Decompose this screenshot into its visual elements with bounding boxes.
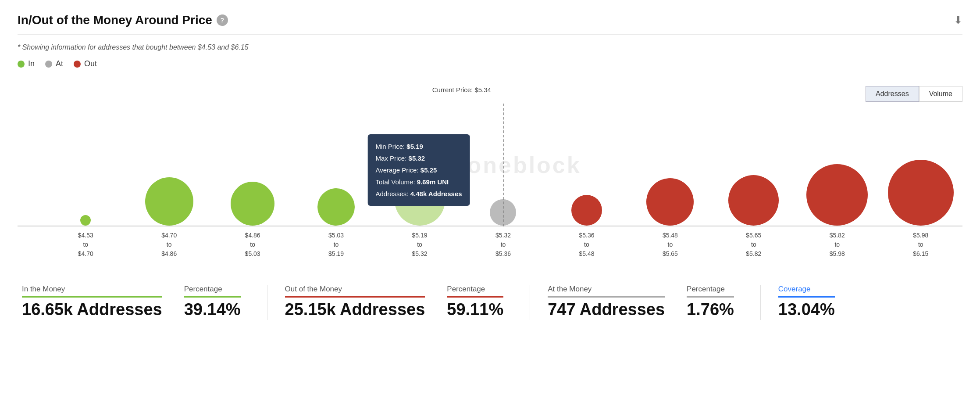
bubble-4 [395,175,445,226]
legend-dot-at [45,61,52,68]
bubble-col-0 [44,104,127,226]
bubble-col-2 [211,104,294,226]
stat-underline-in-pct [184,296,241,298]
stat-value-out-pct: 59.11% [447,300,503,319]
title-area: In/Out of the Money Around Price ? [18,13,228,27]
label-col-3: $5.03to$5.19 [294,231,378,258]
bubble-col-3 [294,104,378,226]
stat-label-out-pct: Percentage [447,285,503,294]
help-icon[interactable]: ? [217,14,228,26]
stat-label-at: At the Money [548,285,665,294]
header-row: In/Out of the Money Around Price ? ⬇ [18,13,962,35]
subtitle: * Showing information for addresses that… [18,43,962,51]
stat-value-at-pct: 1.76% [687,300,734,319]
current-price-label: Current Price: $5.34 [432,86,491,93]
bubble-1 [145,177,193,226]
bubble-3 [317,188,355,226]
legend-item-out: Out [74,59,97,68]
stat-label-in-pct: Percentage [184,285,241,294]
stat-underline-at [548,296,665,298]
bubble-col-4 [378,104,461,226]
label-col-5: $5.32to$5.36 [461,231,545,258]
legend-item-at: At [45,59,63,68]
stat-underline-at-pct [687,296,734,298]
stat-label-out: Out of the Money [285,285,425,294]
legend-item-in: In [18,59,35,68]
page-title: In/Out of the Money Around Price [18,13,212,27]
stat-value-out: 25.15k Addresses [285,300,425,319]
stat-block-in: In the Money 16.65k Addresses [18,285,180,319]
bubble-row [18,104,962,226]
stat-underline-coverage [778,296,835,298]
stat-block-in-pct: Percentage 39.14% [180,285,267,319]
bubble-7 [646,178,694,226]
label-col-8: $5.65to$5.82 [712,231,795,258]
stat-value-in: 16.65k Addresses [22,300,162,319]
bubble-col-1 [127,104,210,226]
stat-label-at-pct: Percentage [687,285,734,294]
bubble-col-10 [879,104,962,226]
label-col-7: $5.48to$5.65 [628,231,712,258]
chart-section: Addresses Volume Current Price: $5.34 Mi… [18,86,962,258]
bubble-col-5 [461,104,545,226]
legend-dot-in [18,61,25,68]
stat-value-coverage: 13.04% [778,300,835,319]
label-col-0: $4.53to$4.70 [44,231,127,258]
stat-block-coverage: Coverage 13.04% [761,285,852,319]
stat-label-in: In the Money [22,285,162,294]
bubble-0 [80,215,91,226]
bubble-col-9 [795,104,879,226]
legend-label-at: At [56,59,63,68]
stat-value-at: 747 Addresses [548,300,665,319]
label-col-10: $5.98to$6.15 [879,231,962,258]
bubble-col-8 [712,104,795,226]
bubble-col-7 [628,104,712,226]
download-icon[interactable]: ⬇ [954,14,962,26]
bubble-col-6 [545,104,628,226]
legend-label-in: In [28,59,35,68]
bubble-9 [806,164,868,226]
label-col-2: $4.86to$5.03 [211,231,294,258]
label-col-4: $5.19to$5.32 [378,231,461,258]
stat-underline-out-pct [447,296,503,298]
stat-block-out-pct: Percentage 59.11% [442,285,530,319]
legend: In At Out [18,59,962,68]
bubble-10 [888,160,954,226]
label-col-1: $4.70to$4.86 [127,231,210,258]
stat-value-in-pct: 39.14% [184,300,241,319]
bubble-8 [728,175,779,226]
bubble-5 [490,199,516,226]
stat-label-coverage: Coverage [778,285,835,294]
label-col-9: $5.82to$5.98 [795,231,879,258]
label-row: $4.53to$4.70$4.70to$4.86$4.86to$5.03$5.0… [18,231,962,258]
legend-dot-out [74,61,81,68]
stats-row: In the Money 16.65k Addresses Percentage… [18,276,962,320]
stat-underline-out [285,296,425,298]
stat-block-at: At the Money 747 Addresses [530,285,682,319]
bubble-2 [231,182,274,226]
stat-block-out: Out of the Money 25.15k Addresses [267,285,443,319]
label-col-6: $5.36to$5.48 [545,231,628,258]
stat-underline-in [22,296,162,298]
bubble-6 [571,195,602,226]
stat-block-at-pct: Percentage 1.76% [682,285,760,319]
legend-label-out: Out [84,59,97,68]
